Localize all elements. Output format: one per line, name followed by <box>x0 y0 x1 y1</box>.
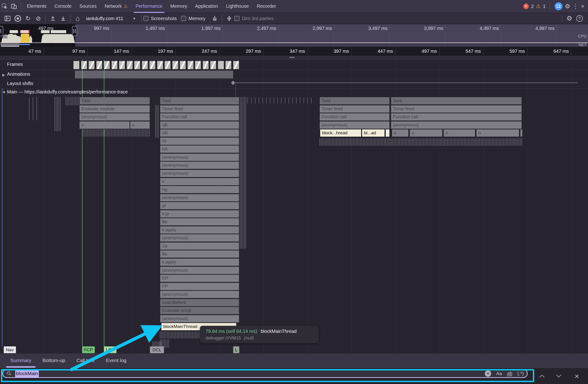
flame-bar[interactable]: Task <box>319 97 390 105</box>
flame-bar[interactable]: Function call <box>160 113 239 121</box>
home-icon[interactable]: ⌂ <box>72 14 83 23</box>
bottom-tab-event-log[interactable]: Event log <box>100 353 132 368</box>
flame-bar[interactable]: bl...ad <box>362 129 385 137</box>
search-next-icon[interactable] <box>556 374 562 378</box>
frame-thumbnail[interactable] <box>187 61 194 69</box>
flame-bar[interactable]: Timer fired <box>391 105 522 113</box>
flame-bar[interactable]: o <box>392 129 409 137</box>
search-previous-icon[interactable] <box>539 374 545 378</box>
flame-bar[interactable]: (anonymous) <box>160 315 239 323</box>
toggle-sidebar-icon[interactable] <box>2 14 13 23</box>
flame-bar[interactable]: Evaluate script <box>160 307 239 314</box>
frame-thumbnail[interactable] <box>111 61 118 69</box>
frame-thumbnail[interactable] <box>134 61 140 69</box>
tab-recorder[interactable]: Recorder <box>253 0 280 13</box>
capture-settings-gear-icon[interactable]: ⚙ <box>564 14 574 23</box>
kebab-menu-icon[interactable]: ⋮ <box>573 3 579 9</box>
frame-thumbnail[interactable] <box>172 61 178 69</box>
flame-bar[interactable] <box>520 129 523 137</box>
window-right-handle[interactable] <box>72 26 77 36</box>
tab-performance[interactable]: Performance <box>132 0 167 13</box>
overflow-dots[interactable]: ••• <box>290 55 295 59</box>
memory-checkbox[interactable] <box>181 16 186 21</box>
frame-thumbnail[interactable] <box>142 61 148 69</box>
flame-bar[interactable]: bA <box>160 145 239 153</box>
tab-console[interactable]: Console <box>50 0 75 13</box>
flame-bar[interactable]: (anonymous) <box>319 121 390 129</box>
main-track-expand-icon[interactable]: ▼ <box>2 90 6 94</box>
flame-bar[interactable]: (anonymous) <box>160 267 239 274</box>
flame-bar[interactable]: k.apply <box>160 258 239 266</box>
device-toolbar-icon[interactable] <box>9 2 19 11</box>
flame-bar[interactable]: k.apply <box>160 226 239 234</box>
bottom-tab-call-tree[interactable]: Call tree <box>71 353 100 368</box>
flame-bar[interactable]: Task <box>391 97 522 105</box>
tab-memory[interactable]: Memory <box>166 0 191 13</box>
flame-bar[interactable]: hg <box>160 186 239 193</box>
frame-thumbnail[interactable] <box>73 61 80 69</box>
screenshots-checkbox[interactable] <box>143 16 148 21</box>
settings-gear-icon[interactable]: ⚙ <box>565 3 570 9</box>
flame-bar[interactable]: (anonymous) <box>391 121 522 129</box>
flame-bar[interactable]: insertBefore <box>160 299 239 307</box>
flame-chart[interactable]: Frames ▶ Animations Layout shifts ▼ Main… <box>0 60 588 353</box>
flame-bar[interactable]: Function call <box>319 113 390 121</box>
bottom-tab-bottom-up[interactable]: Bottom-up <box>37 353 71 368</box>
flame-bar[interactable]: Function call <box>391 113 522 121</box>
clear-icon[interactable]: ⊘ <box>33 14 43 23</box>
inspect-element-icon[interactable] <box>0 2 9 11</box>
frame-thumbnail[interactable] <box>195 61 201 69</box>
frame-thumbnail[interactable] <box>81 61 87 69</box>
window-left-handle[interactable] <box>0 26 3 36</box>
frame-thumbnail[interactable] <box>126 61 133 69</box>
frame-thumbnail[interactable] <box>180 61 186 69</box>
bottom-tab-summary[interactable]: Summary <box>5 353 37 368</box>
tab-lighthouse[interactable]: Lighthouse <box>222 0 253 13</box>
tab-elements[interactable]: Elements <box>23 0 50 13</box>
flame-bar[interactable]: Timer fired <box>319 105 390 113</box>
flame-bar[interactable]: EP <box>160 274 239 282</box>
flame-bar[interactable]: o <box>410 129 442 137</box>
history-select[interactable]: iankduffy.com #11 ▼ <box>83 16 139 21</box>
load-profile-icon[interactable] <box>48 14 58 23</box>
save-profile-icon[interactable] <box>58 14 68 23</box>
animations-expand-icon[interactable]: ▶ <box>2 73 5 77</box>
animations-bar[interactable] <box>75 71 233 78</box>
frame-thumbnail[interactable] <box>157 61 163 69</box>
flame-bar[interactable]: o <box>443 129 475 137</box>
frame-thumbnail[interactable] <box>119 61 125 69</box>
record-icon[interactable] <box>13 14 23 23</box>
frame-thumbnail[interactable] <box>210 61 216 69</box>
tab-sources[interactable]: Sources <box>76 0 101 13</box>
frame-thumbnail[interactable] <box>149 61 156 69</box>
help-icon[interactable]: ? <box>574 14 585 23</box>
flame-bar[interactable]: o <box>476 129 519 137</box>
flame-bar[interactable]: (anonymous) <box>160 234 239 242</box>
layout-shift-diamond[interactable] <box>231 81 235 85</box>
timeline-overview[interactable]: 497 ms997 ms1,497 ms1,997 ms2,497 ms2,99… <box>0 24 588 47</box>
flame-bar[interactable]: (anonymous) <box>160 154 239 161</box>
frame-thumbnail[interactable] <box>225 61 231 69</box>
frame-thumbnail[interactable] <box>104 61 110 69</box>
flame-bar[interactable]: fA <box>160 137 239 145</box>
flame-bar[interactable]: o <box>79 121 130 129</box>
flame-bar[interactable]: (anonymous) <box>160 170 239 177</box>
flame-bar[interactable]: o <box>130 121 150 129</box>
error-badge-icon[interactable]: ✕ <box>523 3 529 9</box>
flame-bar[interactable]: (anonymous) <box>160 194 239 202</box>
frame-thumbnail[interactable] <box>203 61 209 69</box>
flame-bar[interactable]: (anonymous) <box>160 161 239 169</box>
frame-thumbnail[interactable] <box>96 61 103 69</box>
frame-thumbnail[interactable] <box>233 61 239 69</box>
flame-bar[interactable]: (anonymous) <box>79 113 150 121</box>
flame-bar[interactable]: Task <box>160 97 239 105</box>
reload-and-record-icon[interactable]: ↻ <box>23 14 33 23</box>
tab-application[interactable]: Application <box>191 0 222 13</box>
flame-bar[interactable] <box>385 129 390 137</box>
tab-network[interactable]: Network⚠ <box>101 0 131 13</box>
warning-badge-icon[interactable]: ⚠ <box>536 3 541 9</box>
flame-bar[interactable]: Task <box>79 97 150 105</box>
flame-bar[interactable]: Za <box>160 242 239 250</box>
flame-bar[interactable]: (anonymous) <box>160 290 239 298</box>
close-devtools-icon[interactable]: × <box>581 3 584 9</box>
